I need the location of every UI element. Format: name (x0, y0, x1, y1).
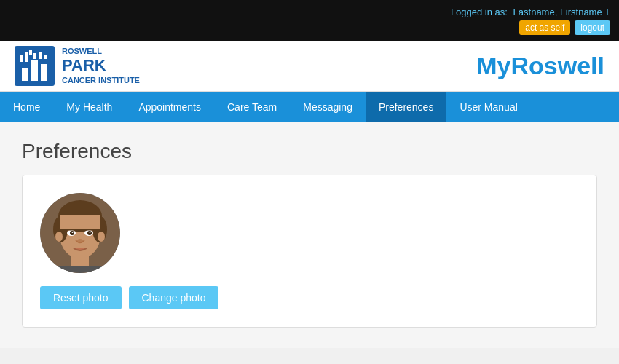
svg-point-22 (90, 232, 91, 233)
svg-rect-8 (39, 52, 42, 59)
logo-text: ROSWELL PARK CANCER INSTITUTE (62, 47, 140, 85)
nav-user-manual[interactable]: User Manual (446, 92, 530, 122)
logged-in-text: Logged in as: Lastname, Firstname T (451, 7, 610, 17)
logout-button[interactable]: logout (575, 20, 610, 35)
nav-appointments[interactable]: Appointments (125, 92, 214, 122)
main-content: Preferences (0, 122, 619, 348)
svg-point-27 (98, 232, 105, 242)
site-title-prefix: My (476, 52, 510, 79)
change-photo-button[interactable]: Change photo (129, 286, 219, 309)
logo-park: PARK (62, 56, 140, 75)
top-bar: Logged in as: Lastname, Firstname T act … (0, 0, 619, 41)
svg-rect-28 (55, 266, 106, 273)
photo-buttons: Reset photo Change photo (40, 286, 218, 309)
nav-home[interactable]: Home (0, 92, 53, 122)
svg-rect-4 (20, 55, 23, 62)
svg-rect-16 (60, 215, 100, 229)
avatar-container (40, 193, 120, 273)
svg-rect-9 (44, 55, 47, 59)
svg-rect-24 (84, 229, 93, 231)
svg-rect-23 (67, 229, 76, 231)
svg-rect-5 (25, 52, 28, 62)
svg-rect-2 (31, 60, 38, 81)
nav-care-team[interactable]: Care Team (214, 92, 290, 122)
preferences-card: Reset photo Change photo (22, 175, 597, 328)
site-title-suffix: Roswell (511, 52, 604, 79)
nav-preferences[interactable]: Preferences (366, 92, 446, 122)
svg-rect-3 (41, 64, 47, 81)
svg-point-20 (87, 231, 92, 235)
act-as-self-button[interactable]: act as self (519, 20, 570, 35)
roswell-logo-icon (15, 46, 55, 86)
nav-messaging[interactable]: Messaging (290, 92, 366, 122)
header: ROSWELL PARK CANCER INSTITUTE MyRoswell (0, 41, 619, 92)
logo-area: ROSWELL PARK CANCER INSTITUTE (15, 46, 140, 86)
nav-my-health[interactable]: My Health (53, 92, 125, 122)
svg-rect-6 (29, 50, 32, 55)
svg-rect-1 (22, 68, 28, 81)
site-title: MyRoswell (476, 52, 604, 80)
page-title: Preferences (22, 140, 597, 163)
logged-in-label: Logged in as: (451, 7, 508, 17)
top-bar-buttons: act as self logout (519, 20, 610, 35)
main-nav: Home My Health Appointments Care Team Me… (0, 92, 619, 122)
logo-institute: CANCER INSTITUTE (62, 76, 140, 84)
user-name: Lastname, Firstname T (513, 7, 610, 17)
svg-rect-7 (33, 53, 36, 59)
avatar-image (40, 193, 120, 273)
svg-point-19 (70, 231, 74, 235)
reset-photo-button[interactable]: Reset photo (40, 286, 122, 309)
svg-point-21 (72, 232, 74, 233)
svg-point-26 (55, 232, 63, 242)
logo-roswell: ROSWELL (62, 47, 102, 55)
